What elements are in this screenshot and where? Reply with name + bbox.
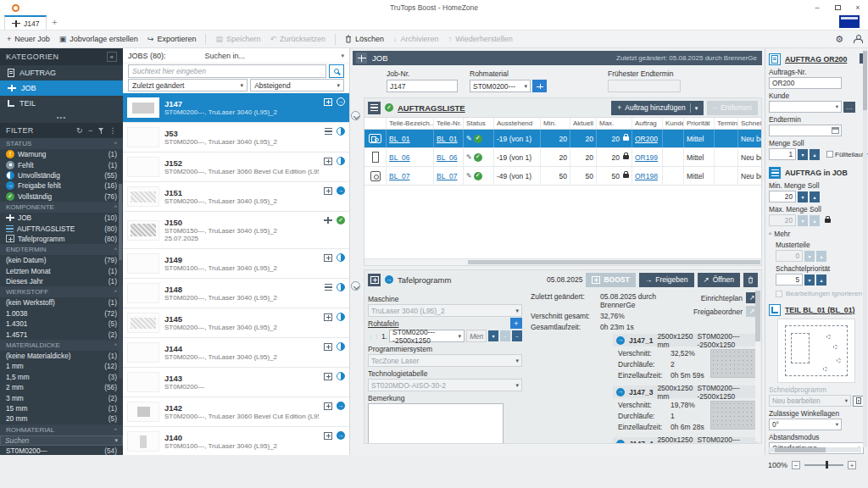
schachtel-up-button[interactable]: ▴ (816, 274, 826, 286)
job-card-j53[interactable]: J53ST0M0200---, TruLaser 3040 (L95)_2 (123, 123, 349, 152)
col-status[interactable]: Status (464, 118, 494, 129)
job-card-j152[interactable]: J152ST0M2000---, TruLaser 3060 Bevel Cut… (123, 152, 349, 182)
sidebar-item-job[interactable]: JOB (0, 80, 123, 96)
job-nr-input[interactable] (387, 80, 458, 92)
delete-button[interactable]: Löschen (345, 35, 384, 43)
table-row-bl01[interactable]: BL_01 BL_01 ✎ -19 (von 1) 20 20 20 OR200… (364, 130, 761, 148)
search-in-dropdown[interactable]: Suchen in...▾ (171, 52, 344, 60)
teil-nr-link[interactable]: BL_01 (437, 135, 458, 143)
filter-item-warnung[interactable]: Warnung(1) (0, 149, 123, 159)
drag-handle[interactable]: ⋮⋮ (368, 333, 380, 339)
filter-item-auftragsliste[interactable]: AUFTRAGSLISTE(80) (0, 223, 123, 233)
job-card-j144[interactable]: J144ST0M0200---, TruLaser 3040 (L95)_2 (123, 338, 349, 368)
oeffnen-button[interactable]: ↗Öffnen (698, 273, 741, 287)
filter-item-fehlt[interactable]: Fehlt(1) (0, 159, 123, 169)
menge-soll-input[interactable] (769, 148, 796, 160)
gear-icon[interactable]: ⚙ (835, 35, 843, 44)
zoom-slider[interactable] (804, 464, 843, 466)
new-job-button[interactable]: +Neuer Job (7, 35, 50, 43)
auftrag-link[interactable]: OR198 (635, 172, 658, 180)
filter-item-14571[interactable]: 1.4571(2) (0, 329, 123, 339)
filter-item-10038[interactable]: 1.0038(72) (0, 308, 123, 319)
rohtafel-remove-button[interactable]: − (512, 330, 522, 341)
program-card-j147-3[interactable]: J147_32500x1250 mmST0M0200----2500x1250 … (613, 385, 758, 434)
remove-auftrag-button[interactable]: −Entfernen (707, 101, 758, 115)
teil-link[interactable]: BL_01 (389, 135, 410, 143)
new-tab-button[interactable]: + (52, 18, 57, 27)
min-down-button[interactable]: ▾ (798, 191, 808, 202)
filter-item-14301[interactable]: 1.4301(5) (0, 319, 123, 329)
mehr-toggle[interactable]: ^Mehr (769, 230, 864, 238)
filter-section-komponente[interactable]: KOMPONENTE^ (0, 202, 123, 213)
export-button[interactable]: ↪Exportieren (147, 35, 197, 43)
job-card-j142[interactable]: J142ST0M2000---, TruLaser 3060 Bevel Cut… (123, 397, 349, 427)
table-row-bl07[interactable]: BL_07 BL_07 ✎ -49 (von 1) 50 50 50 OR198… (364, 167, 761, 186)
table-hscrollbar[interactable] (364, 258, 761, 265)
filter-section-endtermin[interactable]: ENDTERMIN^ (0, 244, 123, 255)
schachtel-down-button[interactable]: ▾ (804, 274, 815, 286)
col-schneidprogramm[interactable]: Schneidprogramm (738, 118, 761, 129)
tafelprogramm-scrollbar[interactable] (755, 291, 760, 441)
menu-dots-icon[interactable]: ⋮ (109, 127, 117, 135)
menge-down-button[interactable]: ▾ (798, 149, 808, 160)
filter-item-unvollstaendig[interactable]: Unvollständig(55) (0, 170, 123, 180)
sort-field-dropdown[interactable]: Zuletzt geändert (128, 79, 248, 92)
sidebar-scrollbar[interactable] (119, 184, 122, 379)
search-input[interactable] (128, 64, 326, 78)
sidebar-item-auftrag[interactable]: AUFTRAG (0, 65, 123, 80)
filter-section-rohmaterial[interactable]: ROHMATERIAL^ (0, 424, 123, 435)
collapse-auftragsliste-button[interactable] (351, 111, 360, 120)
search-button[interactable] (329, 64, 344, 78)
job-card-j143[interactable]: J143ST0M0200--- (123, 368, 349, 397)
archive-button[interactable]: ↓Archivieren (393, 35, 439, 43)
teil-link[interactable]: BL_06 (389, 153, 410, 162)
menge-up-button[interactable]: ▴ (810, 149, 820, 160)
filter-section-status[interactable]: STATUS^ (0, 138, 123, 149)
filter-item-15mm[interactable]: 1,5 mm(3) (0, 372, 123, 382)
sort-direction-dropdown[interactable]: Absteigend (250, 79, 344, 92)
calendar-icon[interactable] (832, 127, 839, 134)
job-card-j149[interactable]: J149ST0M0100---, TruLaser 3040 (L95)_2 (123, 249, 349, 279)
filter-item-dieses-jahr[interactable]: Dieses Jahr(1) (0, 276, 123, 286)
rohtafel-menge-input[interactable] (466, 330, 487, 342)
collapse-tafelprogramm-button[interactable] (351, 281, 360, 291)
collapse-sidebar-button[interactable]: « (107, 52, 117, 62)
col-kunde[interactable]: Kunde (663, 118, 684, 129)
rohtafel-dropdown[interactable]: ST0M0200----2500x1250 (389, 330, 465, 342)
freigeben-button[interactable]: →Freigeben (639, 273, 694, 287)
right-panel-hscrollbar[interactable] (768, 447, 861, 452)
teil-title-link[interactable]: TEIL BL_01 (BL_01) (785, 306, 854, 314)
filter-item-vollstaendig[interactable]: Vollständig(76) (0, 191, 123, 202)
clear-filter-icon[interactable] (98, 128, 104, 134)
rohmaterial-dropdown[interactable]: ST0M0200--- (470, 80, 531, 92)
job-card-j145[interactable]: J145ST0M0200---, TruLaser 3040 (L95)_2 (123, 308, 349, 338)
reset-button[interactable]: ↶Zurücksetzen (270, 35, 326, 43)
kunde-browse-button[interactable]: … (843, 102, 855, 113)
teil-nr-link[interactable]: BL_06 (437, 153, 458, 162)
auftrag-title-link[interactable]: AUFTRAG OR200 (785, 55, 847, 64)
col-termin[interactable]: Termin (715, 118, 738, 129)
filter-item-tafelprogramm[interactable]: Tafelprogramm(80) (0, 234, 123, 244)
filter-item-letzten-monat[interactable]: Letzten Monat(1) (0, 266, 123, 276)
right-panel-scrollbar[interactable] (863, 51, 867, 447)
add-rohtafel-button[interactable]: + (510, 318, 522, 329)
rohmaterial-search-input[interactable]: Suchen▾ (0, 435, 123, 446)
col-aktuell[interactable]: Aktuell (570, 118, 597, 129)
col-ausstehend[interactable]: Ausstehend (494, 118, 541, 129)
rohtafel-remove-disabled-button[interactable]: − (500, 330, 510, 341)
filter-item-1mm[interactable]: 1 mm(12) (0, 361, 123, 371)
winkellagen-dropdown[interactable]: 0° (769, 419, 842, 430)
col-max[interactable]: Max. (597, 118, 632, 129)
user-icon[interactable] (854, 35, 861, 43)
job-card-j148[interactable]: J148ST0M0200---, TruLaser 3040 (L95)_2 (123, 279, 349, 308)
zoom-out-button[interactable]: − (792, 461, 800, 469)
save-button[interactable]: ▤Speichern (215, 35, 260, 43)
filter-section-werkstoff[interactable]: WERKSTOFF^ (0, 286, 123, 297)
kunde-dropdown[interactable] (769, 101, 842, 113)
filter-item-st0m0200[interactable]: ST0M0200---(54) (0, 446, 123, 455)
filter-section-materialdicke[interactable]: MATERIALDICKE^ (0, 340, 123, 351)
tafelprogramm-title[interactable]: Tafelprogramm (398, 275, 451, 285)
schachtelprioritaet-input[interactable] (776, 274, 803, 286)
filter-item-job[interactable]: JOB(10) (0, 213, 123, 223)
job-card-j140[interactable]: J140ST0M0100---, TruLaser 3040 (L95)_2 (123, 427, 349, 455)
